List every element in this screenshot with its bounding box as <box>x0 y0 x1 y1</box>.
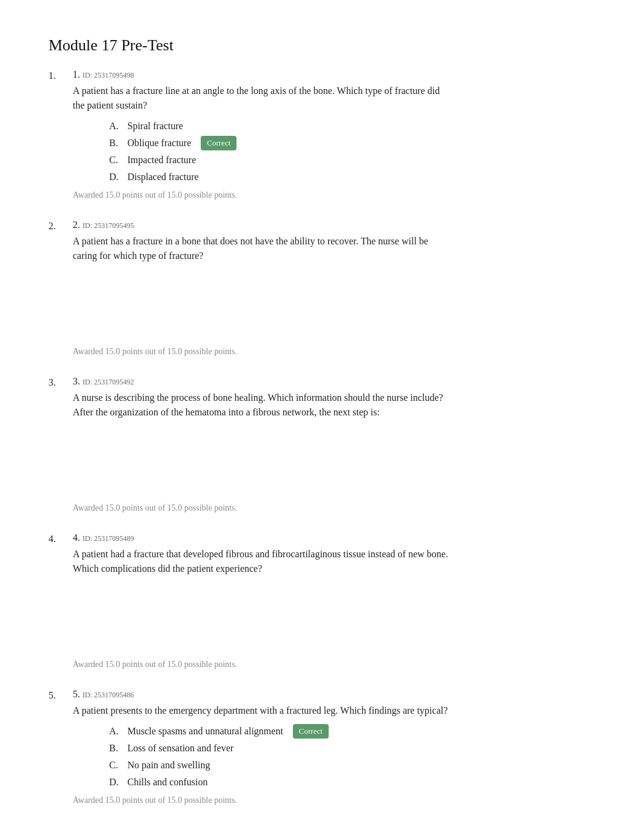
question-block-3: 3.3.ID: 25317095492A nurse is describing… <box>49 376 595 513</box>
answer-letter-1-1: A. <box>109 119 127 133</box>
question-inner-number-4: 4. <box>73 532 80 543</box>
question-inner-3: 3.ID: 25317095492A nurse is describing t… <box>73 376 595 513</box>
question-block-4: 4.4.ID: 25317095489A patient had a fract… <box>49 532 595 669</box>
answer-text-1-1: Spiral fracture <box>127 119 183 133</box>
question-id-text-2: ID: 25317095495 <box>82 221 134 230</box>
page-title: Module 17 Pre-Test <box>49 36 595 55</box>
blank-answer-area-2 <box>73 269 595 342</box>
question-outer-number-5: 5. <box>49 689 73 805</box>
awarded-text-5: Awarded 15.0 points out of 15.0 possible… <box>73 796 595 805</box>
question-block-1: 1.1.ID: 25317095498A patient has a fract… <box>49 69 595 200</box>
question-inner-5: 5.ID: 25317095486A patient presents to t… <box>73 689 595 805</box>
answer-letter-1-3: C. <box>109 153 127 167</box>
answer-text-1-3: Impacted fracture <box>127 153 196 167</box>
answer-item-5-4: D.Chills and confusion <box>109 775 595 790</box>
answer-item-1-1: A.Spiral fracture <box>109 119 595 133</box>
answer-letter-5-4: D. <box>109 775 127 790</box>
question-block-2: 2.2.ID: 25317095495A patient has a fract… <box>49 220 595 357</box>
question-outer-number-1: 1. <box>49 69 73 200</box>
question-id-text-1: ID: 25317095498 <box>82 71 134 79</box>
answer-item-1-4: D.Displaced fracture <box>109 170 595 184</box>
awarded-text-3: Awarded 15.0 points out of 15.0 possible… <box>73 503 595 513</box>
answer-text-5-3: No pain and swelling <box>127 758 210 773</box>
question-id-5: 5.ID: 25317095486 <box>73 689 595 700</box>
question-inner-number-3: 3. <box>73 376 80 386</box>
answer-letter-5-3: C. <box>109 758 127 773</box>
question-text-2: A patient has a fracture in a bone that … <box>73 234 449 263</box>
answer-item-5-1: A.Muscle spasms and unnatural alignmentC… <box>109 724 595 739</box>
correct-badge-1-2: Correct <box>201 136 236 150</box>
answer-item-1-2: B.Oblique fractureCorrect <box>109 136 595 150</box>
answer-text-5-4: Chills and confusion <box>127 775 207 790</box>
answer-item-5-3: C.No pain and swelling <box>109 758 595 773</box>
answer-text-5-2: Loss of sensation and fever <box>127 741 233 756</box>
awarded-text-1: Awarded 15.0 points out of 15.0 possible… <box>73 190 595 200</box>
answer-item-1-3: C.Impacted fracture <box>109 153 595 167</box>
blank-answer-area-3 <box>73 426 595 498</box>
question-inner-number-1: 1. <box>73 69 80 79</box>
answer-item-5-2: B.Loss of sensation and fever <box>109 741 595 756</box>
question-text-1: A patient has a fracture line at an angl… <box>73 84 449 113</box>
answer-text-1-4: Displaced fracture <box>127 170 199 184</box>
question-text-3: A nurse is describing the process of bon… <box>73 391 449 420</box>
answer-letter-5-1: A. <box>109 724 127 739</box>
question-id-3: 3.ID: 25317095492 <box>73 376 595 387</box>
question-id-2: 2.ID: 25317095495 <box>73 220 595 230</box>
answer-letter-1-2: B. <box>109 136 127 150</box>
question-block-5: 5.5.ID: 25317095486A patient presents to… <box>49 689 595 805</box>
answer-text-1-2: Oblique fracture <box>127 136 191 150</box>
awarded-text-4: Awarded 15.0 points out of 15.0 possible… <box>73 660 595 669</box>
question-inner-1: 1.ID: 25317095498A patient has a fractur… <box>73 69 595 200</box>
question-id-1: 1.ID: 25317095498 <box>73 69 595 80</box>
question-id-text-4: ID: 25317095489 <box>82 534 134 543</box>
answer-letter-1-4: D. <box>109 170 127 184</box>
question-id-4: 4.ID: 25317095489 <box>73 532 595 543</box>
question-text-5: A patient presents to the emergency depa… <box>73 703 449 718</box>
question-outer-number-4: 4. <box>49 532 73 669</box>
blank-answer-area-4 <box>73 582 595 655</box>
question-inner-number-2: 2. <box>73 220 80 230</box>
question-inner-number-5: 5. <box>73 689 80 699</box>
question-inner-2: 2.ID: 25317095495A patient has a fractur… <box>73 220 595 357</box>
correct-badge-5-1: Correct <box>293 724 329 739</box>
answer-list-5: A.Muscle spasms and unnatural alignmentC… <box>109 724 595 790</box>
answer-letter-5-2: B. <box>109 741 127 756</box>
question-outer-number-3: 3. <box>49 376 73 513</box>
question-id-text-5: ID: 25317095486 <box>82 691 134 699</box>
answer-list-1: A.Spiral fractureB.Oblique fractureCorre… <box>109 119 595 184</box>
question-outer-number-2: 2. <box>49 220 73 357</box>
question-inner-4: 4.ID: 25317095489A patient had a fractur… <box>73 532 595 669</box>
question-text-4: A patient had a fracture that developed … <box>73 547 449 576</box>
awarded-text-2: Awarded 15.0 points out of 15.0 possible… <box>73 347 595 357</box>
answer-text-5-1: Muscle spasms and unnatural alignment <box>127 724 283 739</box>
question-id-text-3: ID: 25317095492 <box>82 378 134 386</box>
